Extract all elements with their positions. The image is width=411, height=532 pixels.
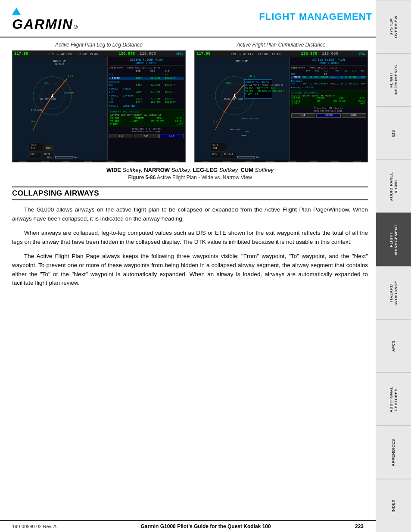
sidebar-tab-hazard-avoidance[interactable]: HAZARDAVOIDANCE [376,266,411,320]
svg-text:ELEV: ELEV [30,153,35,156]
svg-text:NORTH UP: NORTH UP [236,59,248,62]
left-map: NORTH UP NO DATA [12,57,108,160]
cum-label-italic: Softkey [253,167,274,173]
right-avionics-display: 117.95 FPL - ACTIVE FLIGHT PLAN 136.975 … [195,51,367,162]
svg-text:WIDE: WIDE [47,156,52,158]
svg-text:FLAPS: FLAPS [212,144,218,146]
figure-caption: Figure 5-86 Active Flight Plan - Wide vs… [12,174,368,180]
right-fpl-panel: ACTIVE FLIGHT PLANKMKC / KCOS Departure … [290,57,367,160]
figure-caption-section: WIDE Softkey, NARROW Softkey, LEG-LEG So… [12,167,368,180]
svg-text:VS TGT  -758FPM   FPA   -2.5°: VS TGT -758FPM FPA -2.5° [245,87,276,89]
figure-number: Figure 5-86 [128,174,156,180]
softkey-labels: WIDE Softkey, NARROW Softkey, LEG-LEG So… [12,167,368,173]
garmin-logo: GARMIN ® [12,8,78,32]
left-avionics-display: 117.95 FPL - ACTIVE FLIGHT PLAN 136.975 … [12,51,185,162]
svg-text:FLAPS: FLAPS [30,144,36,146]
left-fpl-panel: ACTIVE FLIGHT PLANKMKC / KCOS Departure … [108,57,185,160]
svg-text:NO DATA: NO DATA [55,63,64,65]
svg-text:10: 10 [213,146,217,150]
svg-text:ELEV: ELEV [212,153,217,156]
svg-text:V DEV   ——FT: V DEV ——FT [245,93,258,95]
svg-text:K3MD: K3MD [245,131,249,133]
sidebar-tab-flight-management[interactable]: FLIGHTMANAGEMENT [376,213,411,266]
right-top-bar: 117.95 FPL - ACTIVE FLIGHT PLAN 136.975 … [195,51,367,57]
garmin-wordmark: GARMIN [12,16,73,32]
svg-text:TA/-D44: TA/-D44 [224,153,233,156]
left-av-body: NORTH UP NO DATA [12,57,185,160]
svg-text:SLN: SLN [31,121,35,123]
svg-text:8km: 8km [256,156,260,159]
right-freq-standby: 136.975 118.000 [301,52,338,56]
right-screenshot: 117.95 FPL - ACTIVE FLIGHT PLAN 136.975 … [194,50,368,162]
sidebar-tab-afcs[interactable]: AFCS [376,319,411,373]
cum-label-bold: CUM [240,167,253,173]
right-screenshot-container: Active Flight Plan Cumulative Distance 1… [194,42,368,162]
sidebar-tabs: SYSTEMOVERVIEW FLIGHTINSTRUMENTS EIS AUD… [376,0,411,532]
page-title: FLIGHT MANAGEMENT [259,8,372,22]
svg-text:KPZDE: KPZDE [44,153,50,156]
svg-text:RBA: RBA [44,81,49,84]
wide-label-bold: WIDE [106,167,121,173]
left-freq-active: 117.95 [14,52,28,56]
sidebar-tab-eis[interactable]: EIS [376,106,411,160]
svg-text:10: 10 [31,146,34,150]
body-paragraph-3: The Active Flight Plan Page always keeps… [12,252,368,288]
svg-text:SLN: SLN [213,121,217,123]
sidebar-tab-appendices[interactable]: APPENDICES [376,426,411,479]
svg-text:KBEXA KLWC: KBEXA KLWC [230,129,241,131]
svg-text:K37SB: K37SB [241,135,246,137]
svg-text:ACTIVE VNV WPT  9000FT  at HAB: ACTIVE VNV WPT 9000FT at HABUK of [245,84,283,86]
page-footer: 190-00590-02 Rev. A Garmin G1000 Pilot's… [0,520,376,532]
svg-text:TIFTO: TIFTO [249,75,255,77]
sidebar-tab-audio-panel-cns[interactable]: AUDIO PANEL& CNS [376,160,411,213]
svg-text:THA CITY LAKE: THA CITY LAKE [40,98,56,100]
left-screenshot-container: Active Flight Plan Leg to Leg Distance 1… [12,42,186,162]
left-freq-standby: 136.975 118.000 [118,52,156,56]
right-softkeys: △ △ △ △ △ △ △ △ [195,160,367,162]
svg-text:OMAHA CITY LAKE: OMAHA CITY LAKE [224,98,243,100]
svg-text:8km: 8km [74,156,78,159]
right-screenshot-label: Active Flight Plan Cumulative Distance [237,42,325,48]
sidebar-tab-additional-features[interactable]: ADDITIONALFEATURES [376,373,411,426]
legleg-label-bold: LEG-LEG [193,167,218,173]
wide-label-italic: Softkey, [121,167,144,173]
sidebar-tab-index[interactable]: INDEX [376,479,411,532]
footer-title: Garmin G1000 Pilot's Guide for the Quest… [140,523,271,529]
body-paragraph-2: When airways are collapsed, leg-to-leg c… [12,229,368,247]
svg-text:STUB LAKE: STUB LAKE [31,109,43,111]
narrow-label-bold: NARROW [144,167,170,173]
legleg-label-italic: Softkey, [218,167,240,173]
svg-text:RBA: RBA [226,81,231,84]
left-screenshot-label: Active Flight Plan Leg to Leg Distance [55,42,143,48]
svg-text:NORTH UP: NORTH UP [53,59,66,62]
left-screenshot: 117.95 FPL - ACTIVE FLIGHT PLAN 136.975 … [12,50,186,162]
left-softkeys: △ △ △ △ △ △ △ △ [12,160,185,162]
garmin-reg-symbol: ® [74,24,78,30]
section-title: COLLAPSING AIRWAYS [12,187,368,200]
garmin-triangle-icon [12,8,21,15]
svg-text:VS REQ  ——FPM  TIME TO TOD  03: VS REQ ——FPM TIME TO TOD 03:14 [245,90,283,92]
narrow-label-italic: Softkey, [170,167,193,173]
sidebar-tab-system-overview[interactable]: SYSTEMOVERVIEW [376,0,411,53]
page-header: GARMIN ® FLIGHT MANAGEMENT [0,0,411,37]
right-freq-active: 117.95 [196,52,210,56]
screenshots-section: Active Flight Plan Leg to Leg Distance 1… [12,42,368,162]
svg-text:BUCHISON: BUCHISON [64,92,74,94]
main-content: Active Flight Plan Leg to Leg Distance 1… [0,37,411,302]
left-top-bar: 117.95 FPL - ACTIVE FLIGHT PLAN 136.975 … [12,51,185,57]
sidebar-tab-flight-instruments[interactable]: FLIGHTINSTRUMENTS [376,53,411,107]
footer-page-number: 223 [355,523,364,529]
svg-text:100: 100 [46,146,51,149]
figure-title: Active Flight Plan - Wide vs. Narrow Vie… [156,174,252,180]
right-map: NORTH UP RBA [195,57,290,160]
svg-text:CURRENT VNV PROFILE: CURRENT VNV PROFILE [245,81,269,84]
footer-doc-number: 190-00590-02 Rev. A [12,524,56,529]
right-av-body: NORTH UP RBA [195,57,367,160]
svg-text:TIFTO: TIFTO [66,75,73,77]
body-paragraph-1: The G1000 allows airways on the active f… [12,205,368,224]
svg-text:DOROTHY STAE LAKE: DOROTHY STAE LAKE [241,118,258,120]
